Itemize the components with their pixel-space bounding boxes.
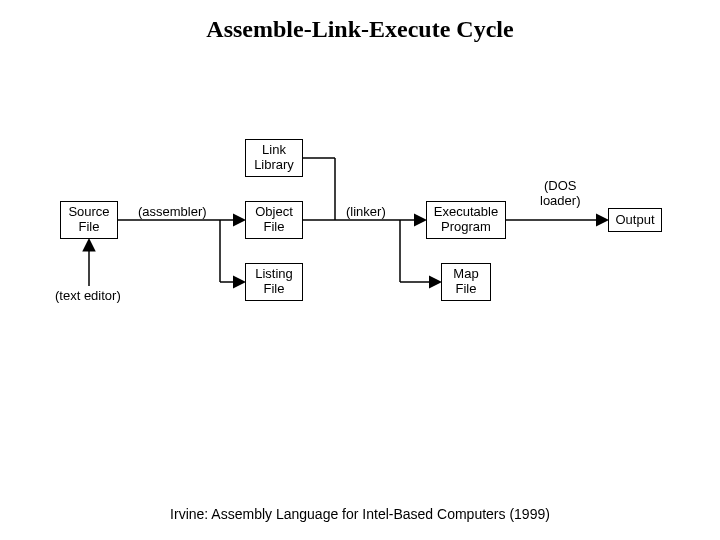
node-text: Map [453, 266, 478, 281]
node-text: Object [255, 204, 293, 219]
node-text: Library [254, 157, 294, 172]
node-text: Link [262, 142, 286, 157]
node-link-library: Link Library [245, 139, 303, 177]
label-dos-loader-1: (DOS [544, 178, 577, 193]
footer-citation: Irvine: Assembly Language for Intel-Base… [0, 506, 720, 522]
node-map-file: Map File [441, 263, 491, 301]
diagram-stage: Assemble-Link-Execute Cycle Source File … [0, 0, 720, 540]
node-text: File [79, 219, 100, 234]
node-executable-program: Executable Program [426, 201, 506, 239]
label-assembler: (assembler) [138, 204, 207, 219]
node-text: Listing [255, 266, 293, 281]
node-text: Executable [434, 204, 498, 219]
node-object-file: Object File [245, 201, 303, 239]
node-text: Output [615, 213, 654, 228]
node-text: Program [441, 219, 491, 234]
node-text: File [264, 219, 285, 234]
node-text: Source [68, 204, 109, 219]
connectors [0, 0, 720, 540]
node-text: File [456, 281, 477, 296]
page-title: Assemble-Link-Execute Cycle [0, 16, 720, 43]
node-listing-file: Listing File [245, 263, 303, 301]
node-source-file: Source File [60, 201, 118, 239]
node-output: Output [608, 208, 662, 232]
label-text-editor: (text editor) [55, 288, 121, 303]
node-text: File [264, 281, 285, 296]
label-dos-loader-2: loader) [540, 193, 580, 208]
label-linker: (linker) [346, 204, 386, 219]
